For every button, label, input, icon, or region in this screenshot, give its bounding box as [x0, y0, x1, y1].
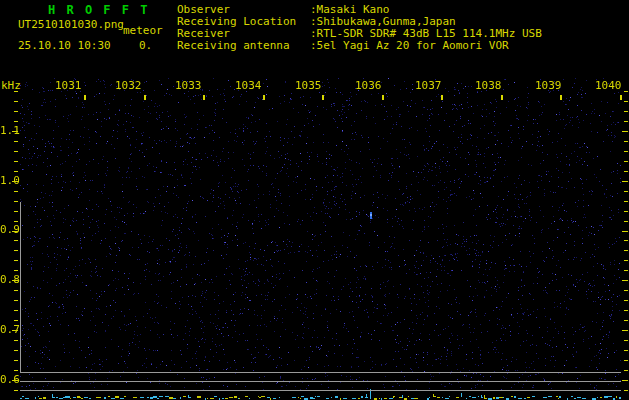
info-row-label: Receiving antenna: [177, 40, 310, 52]
info-row-value: :5el Yagi Az 20 for Aomori VOR: [310, 39, 509, 52]
freq-tick-right: [624, 151, 628, 152]
freq-tick-left: [14, 300, 18, 301]
freq-tick-left: [14, 260, 18, 261]
freq-tick-right: [622, 231, 628, 232]
freq-tick-left: [14, 290, 18, 291]
freq-tick-right: [624, 320, 628, 321]
freq-tick-right: [624, 390, 628, 391]
freq-tick-right: [624, 221, 628, 222]
info-row-receiving-antenna: Receiving antenna:5el Yagi Az 20 for Aom…: [177, 40, 509, 52]
time-tick: [322, 95, 324, 100]
freq-tick-right: [624, 270, 628, 271]
freq-tick-left: [14, 370, 18, 371]
signal-strip-line-mid: [20, 381, 621, 382]
freq-tick-right: [624, 370, 628, 371]
freq-tick-right: [624, 290, 628, 291]
freq-tick-left: [14, 360, 18, 361]
time-tick-label: 1034: [235, 80, 262, 92]
freq-tick-left: [14, 151, 18, 152]
freq-tick-left: [14, 320, 18, 321]
freq-tick-label: 0.6: [0, 374, 20, 386]
time-tick: [501, 95, 503, 100]
freq-tick-left: [14, 340, 18, 341]
freq-tick-left: [14, 390, 18, 391]
time-tick-label: 1036: [355, 80, 382, 92]
freq-tick-left: [14, 221, 18, 222]
echo-count-label: 0.: [139, 40, 152, 52]
freq-tick-right: [624, 350, 628, 351]
time-tick: [382, 95, 384, 100]
freq-tick-right: [624, 91, 628, 92]
station-name-label: meteor: [123, 25, 163, 37]
freq-tick-left: [14, 201, 18, 202]
freq-tick-right: [624, 121, 628, 122]
time-tick-label: 1033: [175, 80, 202, 92]
freq-tick-right: [624, 260, 628, 261]
time-tick: [203, 95, 205, 100]
freq-tick-right: [624, 211, 628, 212]
freq-tick-left: [14, 161, 18, 162]
freq-tick-left: [14, 91, 18, 92]
freq-tick-right: [624, 191, 628, 192]
freq-tick-left: [14, 171, 18, 172]
freq-tick-right: [622, 330, 628, 331]
time-tick-label: 1035: [295, 80, 322, 92]
time-tick-label: 1039: [535, 80, 562, 92]
time-tick-label: 1032: [115, 80, 142, 92]
time-tick-label: 1040: [595, 80, 622, 92]
freq-tick-right: [622, 380, 628, 381]
freq-tick-right: [622, 280, 628, 281]
time-tick: [263, 95, 265, 100]
spectrogram-canvas: [20, 78, 621, 400]
freq-tick-left: [14, 191, 18, 192]
time-tick: [144, 95, 146, 100]
freq-tick-left: [14, 101, 18, 102]
app-title: H R O F F T: [48, 3, 149, 17]
freq-tick-right: [624, 360, 628, 361]
freq-tick-left: [14, 240, 18, 241]
freq-tick-label: 1.1: [0, 125, 20, 137]
freq-tick-right: [622, 181, 628, 182]
freq-tick-left: [14, 141, 18, 142]
output-filename-label: UT2510101030.png: [18, 19, 124, 31]
freq-tick-left: [14, 250, 18, 251]
freq-tick-right: [624, 201, 628, 202]
freq-tick-left: [14, 310, 18, 311]
freq-tick-right: [624, 171, 628, 172]
freq-tick-right: [624, 101, 628, 102]
hrofft-screen: H R O F F T UT2510101030.png meteor 25.1…: [0, 0, 629, 400]
time-tick: [84, 95, 86, 100]
time-tick: [441, 95, 443, 100]
freq-tick-left: [14, 350, 18, 351]
freq-tick-right: [624, 111, 628, 112]
freq-tick-label: 0.7: [0, 324, 20, 336]
freq-tick-label: 0.8: [0, 274, 20, 286]
datetime-label: 25.10.10 10:30: [18, 40, 111, 52]
freq-tick-label: 1.0: [0, 175, 20, 187]
time-tick: [620, 95, 622, 100]
freq-tick-right: [624, 141, 628, 142]
freq-tick-left: [14, 270, 18, 271]
freq-tick-right: [624, 340, 628, 341]
freq-tick-right: [624, 310, 628, 311]
plot-left-border-line: [20, 202, 21, 372]
time-tick: [560, 95, 562, 100]
freq-tick-label: 0.9: [0, 224, 20, 236]
freq-tick-right: [622, 131, 628, 132]
freq-tick-left: [14, 111, 18, 112]
freq-tick-right: [624, 300, 628, 301]
signal-strip-line-bottom: [20, 390, 621, 391]
time-tick-label: 1031: [55, 80, 82, 92]
freq-tick-right: [624, 250, 628, 251]
signal-strip-line-top: [20, 372, 621, 373]
freq-tick-right: [624, 240, 628, 241]
freq-tick-left: [14, 211, 18, 212]
freq-tick-right: [624, 161, 628, 162]
time-tick-label: 1037: [415, 80, 442, 92]
freq-tick-left: [14, 121, 18, 122]
time-tick-label: 1038: [475, 80, 502, 92]
